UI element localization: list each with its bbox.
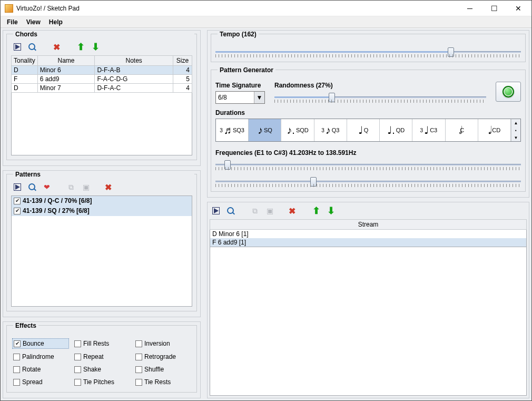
table-row[interactable]: D Minor 6 D-F-A-B 4 bbox=[12, 66, 192, 75]
duration-code: SQ3 bbox=[233, 127, 244, 133]
table-row[interactable]: F 6 add9 [1] bbox=[210, 238, 527, 247]
search-icon[interactable] bbox=[225, 206, 236, 216]
generate-button[interactable] bbox=[496, 82, 521, 102]
tempo-label: Tempo (162) bbox=[218, 31, 259, 38]
list-item[interactable]: 41-139 / SQ / 27% [6/8] bbox=[12, 206, 192, 216]
delete-button[interactable]: ✖ bbox=[287, 206, 297, 216]
effect-label: Shake bbox=[83, 366, 101, 373]
effect-retrograde[interactable]: Retrograde bbox=[134, 352, 191, 361]
delete-button[interactable]: ✖ bbox=[51, 42, 62, 52]
duration-code: C bbox=[460, 127, 464, 133]
checkbox[interactable] bbox=[13, 354, 20, 360]
effect-rotate[interactable]: Rotate bbox=[12, 365, 69, 374]
spin-up[interactable]: ▲ bbox=[511, 119, 520, 126]
copy-button[interactable]: ⧉ bbox=[250, 206, 260, 216]
duration-c3[interactable]: 3♩C3 bbox=[412, 119, 445, 141]
menu-file[interactable]: File bbox=[3, 17, 22, 27]
play-button[interactable] bbox=[12, 182, 23, 192]
paste-button[interactable]: ▣ bbox=[264, 206, 275, 216]
search-icon[interactable] bbox=[27, 42, 37, 52]
checkbox[interactable] bbox=[13, 366, 20, 373]
duration-q3[interactable]: 3♪Q3 bbox=[314, 119, 347, 141]
duration-c[interactable]: 𝅗𝅥C bbox=[446, 119, 478, 141]
checkbox[interactable] bbox=[74, 379, 81, 386]
tempo-slider[interactable] bbox=[215, 46, 521, 57]
effect-shake[interactable]: Shake bbox=[73, 365, 130, 374]
duration-q[interactable]: ♩Q bbox=[347, 119, 380, 141]
checkbox[interactable] bbox=[14, 198, 21, 204]
checkbox[interactable] bbox=[135, 354, 142, 360]
effect-spread[interactable]: Spread bbox=[12, 377, 69, 387]
effect-palindrome[interactable]: Palindrome bbox=[12, 352, 69, 361]
menu-bar: File View Help bbox=[1, 16, 531, 28]
durations-label: Durations bbox=[215, 109, 521, 116]
duration-sqd[interactable]: ♪.SQD bbox=[281, 119, 314, 141]
chords-legend: Chords bbox=[13, 31, 194, 38]
checkbox[interactable] bbox=[135, 366, 142, 373]
th-size[interactable]: Size bbox=[173, 56, 192, 66]
effect-fill-rests[interactable]: Fill Rests bbox=[73, 338, 130, 349]
time-sig-value: 6/8 bbox=[216, 92, 254, 103]
effect-inversion[interactable]: Inversion bbox=[134, 338, 191, 349]
th-stream[interactable]: Stream bbox=[210, 220, 527, 230]
effect-bounce[interactable]: Bounce bbox=[12, 338, 69, 349]
delete-button[interactable]: ✖ bbox=[103, 182, 113, 192]
stream-table[interactable]: Stream D Minor 6 [1] F 6 add9 [1] bbox=[210, 219, 527, 247]
randomness-slider[interactable] bbox=[274, 91, 486, 103]
paste-button[interactable]: ▣ bbox=[81, 182, 91, 192]
table-row[interactable]: F 6 add9 F-A-C-D-G 5 bbox=[12, 75, 192, 84]
th-name[interactable]: Name bbox=[37, 56, 95, 66]
effect-tie-rests[interactable]: Tie Rests bbox=[134, 377, 191, 387]
maximize-button[interactable]: ☐ bbox=[482, 1, 506, 16]
list-item[interactable]: 41-139 / Q-C / 70% [6/8] bbox=[12, 196, 192, 206]
th-notes[interactable]: Notes bbox=[95, 56, 173, 66]
checkbox[interactable] bbox=[13, 379, 20, 386]
minimize-button[interactable]: ─ bbox=[458, 1, 482, 16]
effect-label: Tie Pitches bbox=[83, 378, 114, 386]
duration-code: Q bbox=[364, 127, 369, 133]
table-row[interactable]: D Minor 6 [1] bbox=[210, 230, 527, 239]
duration-sq3[interactable]: 3♬SQ3 bbox=[216, 119, 249, 141]
heart-icon[interactable]: ❤ bbox=[42, 182, 52, 192]
duration-cd[interactable]: 𝅗𝅥.CD bbox=[478, 119, 511, 141]
checkbox[interactable] bbox=[74, 366, 81, 373]
checkbox[interactable] bbox=[74, 354, 81, 360]
freq-low-slider[interactable] bbox=[215, 159, 521, 170]
pg-legend: Pattern Generator bbox=[218, 66, 275, 74]
chords-table[interactable]: Tonality Name Notes Size D Minor 6 D-F-A… bbox=[11, 55, 192, 93]
freq-high-slider[interactable] bbox=[215, 175, 521, 187]
move-down-button[interactable]: ⬇ bbox=[326, 206, 336, 216]
spin-down[interactable]: ▼ bbox=[511, 134, 520, 141]
checkbox[interactable] bbox=[14, 208, 21, 214]
patterns-list[interactable]: 41-139 / Q-C / 70% [6/8] 41-139 / SQ / 2… bbox=[11, 195, 192, 307]
play-button[interactable] bbox=[12, 42, 23, 52]
effect-shuffle[interactable]: Shuffle bbox=[134, 365, 191, 374]
stream-pane: ⧉ ▣ ✖ ⬆ ⬇ Stream D Minor 6 [1] F 6 add9 … bbox=[207, 202, 529, 398]
chords-toolbar: ✖ ⬆ ⬇ bbox=[11, 41, 192, 55]
play-button[interactable] bbox=[211, 206, 221, 216]
menu-help[interactable]: Help bbox=[45, 17, 67, 27]
move-up-button[interactable]: ⬆ bbox=[311, 206, 321, 216]
checkbox[interactable] bbox=[135, 379, 142, 386]
checkbox[interactable] bbox=[14, 340, 21, 347]
spin-mid[interactable]: ▪ bbox=[511, 126, 520, 134]
close-button[interactable]: ✕ bbox=[506, 1, 530, 16]
duration-qd[interactable]: ♩.QD bbox=[380, 119, 412, 141]
time-signature-select[interactable]: 6/8 ▼ bbox=[215, 91, 265, 104]
checkbox[interactable] bbox=[135, 340, 142, 347]
search-icon[interactable] bbox=[27, 182, 37, 192]
checkbox[interactable] bbox=[74, 340, 81, 347]
move-down-button[interactable]: ⬇ bbox=[90, 42, 101, 52]
time-sig-label: Time Signature bbox=[215, 82, 265, 89]
chevron-down-icon[interactable]: ▼ bbox=[254, 92, 264, 103]
menu-view[interactable]: View bbox=[22, 17, 45, 27]
randomness-label: Randomness (27%) bbox=[274, 82, 486, 89]
copy-button[interactable]: ⧉ bbox=[66, 182, 76, 192]
effect-repeat[interactable]: Repeat bbox=[73, 352, 130, 361]
effect-tie-pitches[interactable]: Tie Pitches bbox=[73, 377, 130, 387]
table-row[interactable]: D Minor 7 D-F-A-C 4 bbox=[12, 84, 192, 93]
duration-sq[interactable]: ♪SQ bbox=[249, 119, 281, 141]
move-up-button[interactable]: ⬆ bbox=[75, 42, 86, 52]
th-tonality[interactable]: Tonality bbox=[12, 56, 38, 66]
durations-strip[interactable]: 3♬SQ3♪SQ♪.SQD3♪Q3♩Q♩.QD3♩C3𝅗𝅥C𝅗𝅥.CD▲▪▼ bbox=[215, 119, 521, 142]
